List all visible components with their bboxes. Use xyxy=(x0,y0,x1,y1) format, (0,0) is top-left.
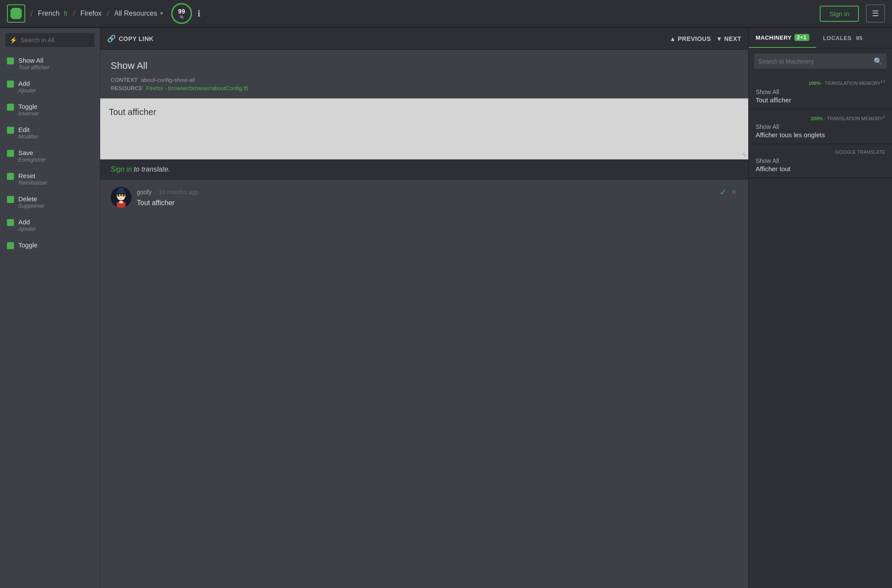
machinery-translation-text: Tout afficher xyxy=(756,96,885,104)
search-icon: 🔍 xyxy=(874,57,882,65)
approve-button[interactable]: ✓ xyxy=(720,187,727,197)
tab-machinery[interactable]: MACHINERY 2+1 xyxy=(749,28,816,48)
status-dot xyxy=(7,104,14,111)
list-item[interactable]: Toggle Inverser xyxy=(0,98,100,122)
status-dot xyxy=(7,150,14,157)
machinery-source-text: Show All xyxy=(756,123,885,130)
comment-text: Tout afficher xyxy=(137,199,738,207)
comment-username: goofy xyxy=(137,189,152,196)
machinery-item[interactable]: GOOGLE TRANSLATE Show All Afficher tout xyxy=(749,144,892,178)
source-string-card: Show All CONTEXT about-config-show-all R… xyxy=(100,50,748,98)
list-item[interactable]: Delete Supprimer xyxy=(0,191,100,214)
link-icon: 🔗 xyxy=(107,34,116,43)
svg-point-7 xyxy=(120,195,121,196)
item-label: Reset xyxy=(18,172,47,179)
previous-button[interactable]: ▲ PREVIOUS xyxy=(670,35,711,42)
list-item[interactable]: Show All Tout afficher xyxy=(0,52,100,75)
item-label: Edit xyxy=(18,126,38,133)
tab-locales[interactable]: LOCALES 95 xyxy=(816,28,870,48)
list-item[interactable]: Reset Réinitialiser xyxy=(0,168,100,191)
info-icon[interactable]: ℹ xyxy=(197,8,201,19)
score-circle: 99 % xyxy=(171,3,192,24)
resource-project-link[interactable]: Firefox xyxy=(146,85,163,91)
status-dot xyxy=(7,57,14,64)
status-dot xyxy=(7,127,14,134)
context-key-label: CONTEXT xyxy=(111,77,138,83)
svg-point-12 xyxy=(118,188,124,189)
machinery-search-input[interactable] xyxy=(758,58,870,65)
machinery-meta: GOOGLE TRANSLATE xyxy=(756,149,885,155)
item-label: Show All xyxy=(18,57,49,64)
resize-handle-icon: ⤡ xyxy=(742,152,747,158)
chevron-down-icon: ▼ xyxy=(159,10,164,17)
signin-prompt-text: to translate. xyxy=(134,166,170,173)
list-item[interactable]: Add Ajouter xyxy=(0,75,100,98)
svg-point-8 xyxy=(122,195,123,196)
comment-time: · xyxy=(154,189,156,196)
comment-section: goofy · 10 months ago ✓ ✕ Tout afficher xyxy=(100,179,748,215)
nav-separator-2: / xyxy=(73,9,75,18)
resource-dot-separator: · xyxy=(165,85,168,91)
list-item[interactable]: Save Enregistrer xyxy=(0,145,100,168)
nav-language[interactable]: French xyxy=(38,10,60,17)
score-value: 99 xyxy=(178,8,185,15)
list-item[interactable]: Toggle xyxy=(0,237,100,254)
translation-editor[interactable]: Tout afficher ⤡ xyxy=(100,98,748,159)
left-sidebar: ⚡ 🔍 Show All Tout afficher Add Ajouter xyxy=(0,28,100,588)
top-nav: / French fr / Firefox / All Resources ▼ … xyxy=(0,0,892,28)
match-percentage: 100% xyxy=(811,115,823,121)
machinery-meta: 100% · TRANSLATION MEMORY2 xyxy=(756,115,885,121)
context-value: about-config-show-all xyxy=(141,77,195,83)
item-sublabel: Supprimer xyxy=(18,203,44,209)
list-item[interactable]: Edit Modifier xyxy=(0,122,100,145)
center-toolbar: 🔗 COPY LINK ▲ PREVIOUS ▼ NEXT xyxy=(100,28,748,50)
search-bar: ⚡ 🔍 xyxy=(0,28,100,52)
navigation-buttons: ▲ PREVIOUS ▼ NEXT xyxy=(670,35,741,42)
resource-path-link[interactable]: browser/browser/aboutConfig.ftl xyxy=(168,85,248,91)
sign-in-button[interactable]: Sign in xyxy=(820,6,859,22)
source-title: Show All xyxy=(111,60,738,71)
copy-link-button[interactable]: 🔗 COPY LINK xyxy=(107,34,154,43)
comment-header: goofy · 10 months ago ✓ ✕ xyxy=(137,187,738,197)
locales-tab-label: LOCALES xyxy=(823,35,852,41)
item-sublabel: Modifier xyxy=(18,133,38,140)
avatar xyxy=(111,187,132,208)
reject-button[interactable]: ✕ xyxy=(730,187,738,197)
next-label: NEXT xyxy=(724,35,741,42)
logo-icon xyxy=(10,8,22,19)
match-percentage: 100% xyxy=(808,81,821,86)
machinery-item[interactable]: 100% · TRANSLATION MEMORY2 Show All Affi… xyxy=(749,109,892,145)
main-layout: ⚡ 🔍 Show All Tout afficher Add Ajouter xyxy=(0,28,892,588)
item-sublabel: Enregistrer xyxy=(18,156,46,163)
comment-item: goofy · 10 months ago ✓ ✕ Tout afficher xyxy=(111,187,738,208)
hamburger-menu-button[interactable]: ☰ xyxy=(866,4,885,23)
score-pct: % xyxy=(179,15,183,20)
search-input-wrap: ⚡ 🔍 xyxy=(5,33,95,47)
search-input[interactable] xyxy=(20,37,97,44)
list-item[interactable]: Add Ajouter xyxy=(0,214,100,237)
resource-key-label: RESOURCE xyxy=(111,85,143,91)
next-button[interactable]: ▼ NEXT xyxy=(716,35,741,42)
logo[interactable] xyxy=(7,4,25,23)
status-dot xyxy=(7,219,14,226)
sidebar-items-list: Show All Tout afficher Add Ajouter Toggl… xyxy=(0,52,100,588)
copy-link-label: COPY LINK xyxy=(119,35,154,42)
machinery-translation-text: Afficher tous les onglets xyxy=(756,131,885,139)
nav-project[interactable]: Firefox xyxy=(80,10,101,17)
filter-icon: ⚡ xyxy=(10,37,17,44)
machinery-meta: 100% · TRANSLATION MEMORY13 xyxy=(756,79,885,86)
item-label: Save xyxy=(18,149,46,156)
match-source: TRANSLATION MEMORY xyxy=(827,115,883,121)
machinery-list: 100% · TRANSLATION MEMORY13 Show All Tou… xyxy=(749,74,892,588)
match-source: TRANSLATION MEMORY xyxy=(824,81,881,86)
machinery-item[interactable]: 100% · TRANSLATION MEMORY13 Show All Tou… xyxy=(749,74,892,109)
machinery-source-text: Show All xyxy=(756,88,885,95)
item-label: Toggle xyxy=(18,103,39,110)
item-label: Toggle xyxy=(18,241,37,249)
right-tabs: MACHINERY 2+1 LOCALES 95 xyxy=(749,28,892,48)
signin-bar: Sign in to translate. xyxy=(100,159,748,179)
signin-link[interactable]: Sign in xyxy=(111,166,132,173)
match-source: GOOGLE TRANSLATE xyxy=(835,149,885,155)
status-dot xyxy=(7,196,14,203)
resources-dropdown[interactable]: All Resources ▼ xyxy=(114,10,164,17)
